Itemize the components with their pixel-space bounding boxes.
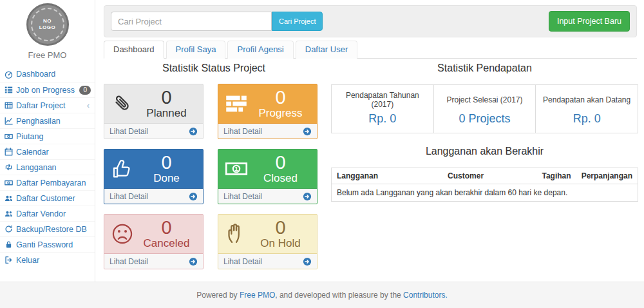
search-group: Cari Project: [111, 12, 323, 31]
card-closed-body: 1 0 Closed: [218, 149, 317, 188]
planned-label: Planned: [135, 108, 198, 120]
detail-link-label: Lihat Detail: [109, 192, 148, 201]
subscription-section-title: Langganan akan Berakhir: [331, 146, 638, 157]
card-planned-stats: 0 Planned: [135, 88, 198, 119]
footer-text-middle: , and developed with pleasure by the: [275, 291, 403, 300]
column-header-perpanjangan: Perpanjangan: [576, 168, 638, 184]
card-on-hold-stats: 0 On Hold: [249, 218, 312, 249]
detail-link-label: Lihat Detail: [223, 257, 262, 266]
page-footer: Powered by Free PMO , and developed with…: [0, 282, 644, 308]
users-icon: [5, 194, 13, 202]
card-progress-stats: 0 Progress: [249, 88, 312, 119]
tasks-icon: [225, 92, 249, 115]
sidebar-item-label: Daftar Project: [16, 101, 87, 110]
users-icon: [5, 209, 13, 218]
subscription-table: Langganan Customer Tagihan Perpanjangan …: [331, 168, 638, 202]
sidebar-item-daftar-pembayaran[interactable]: Daftar Pembayaran: [0, 175, 95, 190]
sidebar-item-label: Calendar: [16, 148, 91, 157]
sidebar: NO LOGO Free PMO Dashboard Job on Progre…: [0, 0, 95, 282]
income-stat-value: Rp. 0: [332, 111, 434, 133]
contributors-link[interactable]: Contributors.: [403, 291, 448, 300]
sidebar-item-piutang[interactable]: Piutang: [0, 128, 95, 144]
arrow-circle-right-icon: [189, 257, 198, 266]
status-cards: 0 Planned Lihat Detail 0 Progre: [104, 84, 324, 269]
card-canceled-stats: 0 Canceled: [135, 218, 198, 249]
card-done-stats: 0 Done: [135, 153, 198, 184]
canceled-detail-link[interactable]: Lihat Detail: [104, 253, 203, 269]
sidebar-item-label: Job on Progress: [16, 86, 79, 95]
table-row: Belum ada Langganan yang akan berakhir d…: [332, 184, 638, 202]
card-planned-body: 0 Planned: [104, 84, 203, 123]
paperclip-icon: [111, 92, 135, 115]
money-icon: [5, 132, 13, 140]
card-progress-body: 0 Progress: [218, 84, 317, 123]
done-detail-link[interactable]: Lihat Detail: [104, 188, 203, 204]
main-content: Cari Project Input Project Baru Dashboar…: [96, 0, 644, 282]
logo: NO LOGO Free PMO: [0, 0, 95, 60]
sidebar-item-langganan[interactable]: Langganan: [0, 159, 95, 175]
lock-icon: [5, 240, 13, 249]
progress-detail-link[interactable]: Lihat Detail: [218, 123, 317, 139]
planned-detail-link[interactable]: Lihat Detail: [104, 123, 203, 139]
sidebar-item-daftar-customer[interactable]: Daftar Customer: [0, 190, 95, 206]
sidebar-item-job-on-progress[interactable]: Job on Progress 0: [0, 82, 95, 97]
search-panel: Cari Project Input Project Baru: [104, 5, 637, 37]
tab-profil-agensi[interactable]: Profil Agensi: [227, 41, 293, 59]
tab-daftar-user[interactable]: Daftar User: [296, 41, 357, 59]
sidebar-item-label: Penghasilan: [16, 117, 91, 126]
detail-link-label: Lihat Detail: [109, 257, 148, 266]
on-hold-count: 0: [249, 218, 312, 237]
search-input[interactable]: [111, 12, 272, 31]
free-pmo-dashboard: NO LOGO Free PMO Dashboard Job on Progre…: [0, 0, 644, 308]
progress-label: Progress: [249, 108, 312, 120]
search-button[interactable]: Cari Project: [272, 12, 323, 31]
tab-profil-saya[interactable]: Profil Saya: [166, 41, 226, 59]
canceled-label: Canceled: [135, 238, 198, 250]
column-header-customer: Customer: [398, 168, 534, 184]
list-icon: [5, 86, 13, 94]
retweet-icon: [5, 163, 13, 171]
sidebar-item-ganti-password[interactable]: Ganti Password: [0, 236, 95, 252]
sidebar-item-backup-restore[interactable]: Backup/Restore DB: [0, 221, 95, 236]
sidebar-item-label: Piutang: [16, 132, 91, 141]
thumbs-up-icon: [111, 157, 135, 180]
card-progress: 0 Progress Lihat Detail: [218, 84, 317, 139]
sidebar-item-calendar[interactable]: Calendar: [0, 144, 95, 159]
card-closed: 1 0 Closed Lihat Detail: [218, 149, 317, 204]
card-planned: 0 Planned Lihat Detail: [104, 84, 204, 139]
on-hold-detail-link[interactable]: Lihat Detail: [218, 253, 317, 269]
column-header-langganan: Langganan: [332, 168, 398, 184]
sidebar-item-label: Backup/Restore DB: [16, 225, 91, 234]
sidebar-menu: Dashboard Job on Progress 0 Daftar Proje…: [0, 66, 95, 267]
income-section-title: Statistik Pendapatan: [331, 63, 638, 74]
card-done: 0 Done Lihat Detail: [104, 149, 204, 204]
sidebar-item-label: Daftar Vendor: [16, 209, 91, 218]
tab-dashboard[interactable]: Dashboard: [104, 41, 164, 59]
income-stat-label: Project Selesai (2017): [433, 85, 536, 111]
income-section: Statistik Pendapatan Pendapatan Tahunan …: [331, 63, 638, 202]
closed-count: 0: [249, 153, 312, 172]
sidebar-item-daftar-project[interactable]: Daftar Project ‹: [0, 97, 95, 113]
sidebar-item-label: Ganti Password: [16, 240, 91, 249]
input-project-baru-button[interactable]: Input Project Baru: [549, 11, 630, 32]
arrow-circle-right-icon: [303, 127, 312, 136]
income-stat-value: 0 Projects: [433, 111, 536, 133]
sidebar-item-penghasilan[interactable]: Penghasilan: [0, 113, 95, 128]
sidebar-item-dashboard[interactable]: Dashboard: [0, 66, 95, 82]
sidebar-item-keluar[interactable]: Keluar: [0, 252, 95, 267]
free-pmo-link[interactable]: Free PMO: [240, 291, 275, 300]
arrow-circle-right-icon: [303, 257, 312, 266]
hand-icon: [225, 222, 249, 245]
progress-count: 0: [249, 88, 312, 107]
detail-link-label: Lihat Detail: [223, 127, 262, 136]
on-hold-label: On Hold: [249, 238, 312, 250]
detail-link-label: Lihat Detail: [223, 192, 262, 201]
money-icon: [5, 178, 13, 187]
table-icon: [5, 101, 13, 110]
brand-name: Free PMO: [0, 50, 95, 60]
sidebar-item-label: Daftar Customer: [16, 194, 91, 203]
refresh-icon: [5, 225, 13, 233]
sidebar-item-daftar-vendor[interactable]: Daftar Vendor: [0, 206, 95, 221]
closed-detail-link[interactable]: Lihat Detail: [218, 188, 317, 204]
no-logo-text: NO LOGO: [31, 8, 64, 41]
